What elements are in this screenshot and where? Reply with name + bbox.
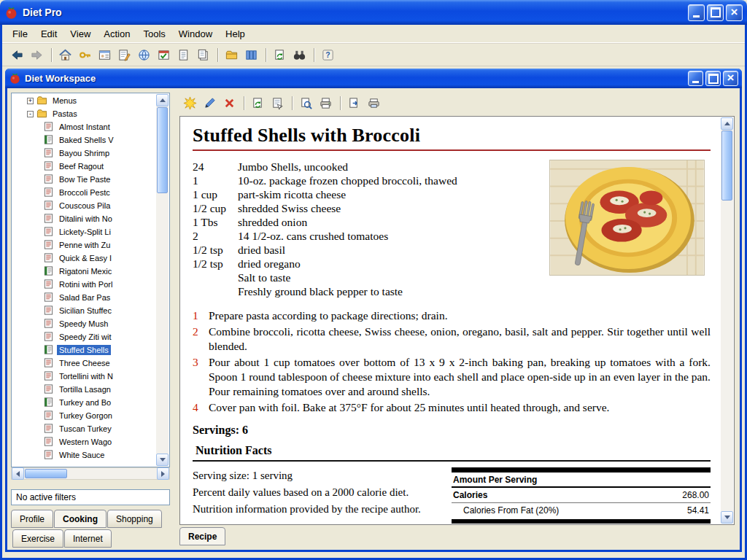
workspace-maximize-button[interactable] — [705, 71, 721, 86]
tree-item-label: White Sauce — [57, 450, 107, 460]
profile-card-button[interactable] — [96, 46, 114, 64]
tree-item[interactable]: Quick & Easy I — [12, 252, 156, 265]
maximize-button[interactable] — [707, 4, 724, 21]
notepad-button[interactable] — [115, 46, 133, 64]
amount-per-serving-header: Amount Per Serving — [452, 472, 711, 488]
left-tab[interactable]: Profile — [11, 510, 53, 528]
left-tab[interactable]: Cooking — [54, 510, 107, 528]
tree-expander-icon[interactable] — [27, 111, 34, 117]
tree-item-label: Almost Instant — [57, 122, 112, 132]
tree-item[interactable]: Tuscan Turkey — [12, 422, 156, 435]
key-button[interactable] — [76, 46, 94, 64]
scroll-right-icon[interactable] — [157, 467, 169, 480]
scroll-up-icon[interactable] — [156, 94, 169, 106]
tree-item[interactable]: Sicilian Stuffec — [12, 304, 156, 317]
menu-item[interactable]: Tools — [137, 26, 171, 42]
menu-item[interactable]: Edit — [35, 26, 63, 42]
tree-item[interactable]: Lickety-Split Li — [12, 225, 156, 238]
delete-x-button[interactable] — [220, 94, 239, 112]
tree-expander-icon[interactable] — [27, 98, 34, 104]
recipe-card-icon — [43, 160, 54, 173]
calendar-check-button[interactable] — [155, 46, 173, 64]
print-setup-button[interactable] — [365, 94, 383, 112]
scroll-up-icon[interactable] — [721, 117, 733, 130]
tree-item[interactable]: Almost Instant — [12, 120, 156, 133]
minimize-button[interactable] — [688, 4, 705, 21]
binoculars-button[interactable] — [290, 46, 309, 64]
tree-folder[interactable]: Pastas — [12, 107, 156, 120]
workspace-content: Menus Pastas — [7, 88, 740, 550]
tree-item[interactable]: Tortilla Lasagn — [12, 383, 156, 396]
tree-item[interactable]: Broccoli Pestc — [12, 186, 156, 199]
tree-horizontal-scrollbar[interactable] — [11, 467, 170, 480]
tree-item[interactable]: Salad Bar Pas — [12, 291, 156, 304]
left-tab[interactable]: Shopping — [107, 510, 162, 528]
tree-item[interactable]: Speedy Ziti wit — [12, 330, 156, 343]
back-button[interactable] — [8, 46, 26, 64]
recipe-card-icon — [43, 213, 54, 225]
print-button[interactable] — [317, 94, 335, 112]
refresh-page-button[interactable] — [249, 94, 267, 112]
recipe-card-icon — [43, 357, 54, 370]
tab-recipe[interactable]: Recipe — [179, 527, 225, 545]
close-button[interactable] — [726, 4, 743, 21]
recipe-scroll-thumb[interactable] — [721, 131, 732, 201]
diet-pro-window: Diet Pro FileEditViewActionToolsWindowHe… — [0, 0, 747, 560]
tree-item[interactable]: Western Wago — [12, 435, 156, 448]
tree-item[interactable]: Penne with Zu — [12, 238, 156, 252]
tree-scroll-thumb[interactable] — [157, 107, 168, 193]
columns-button[interactable] — [242, 46, 260, 64]
help-button[interactable]: ? — [319, 46, 337, 64]
print-preview-button[interactable] — [297, 94, 315, 112]
scroll-down-icon[interactable] — [156, 454, 169, 466]
workspace-minimize-button[interactable] — [688, 71, 703, 86]
filter-status-field[interactable]: No active filters — [11, 489, 170, 505]
refresh-page-button[interactable] — [271, 46, 289, 64]
tree-folder[interactable]: Menus — [12, 94, 156, 107]
workspace-close-button[interactable] — [723, 71, 738, 86]
tree-item[interactable]: Tortellini with N — [12, 370, 156, 383]
recipe-card-icon — [43, 252, 54, 265]
nutrition-table: Amount Per Serving Calories 268.00 — [452, 467, 711, 524]
menu-item[interactable]: Action — [98, 26, 136, 42]
tree-hscroll-thumb[interactable] — [25, 469, 67, 478]
tree-item[interactable]: Speedy Mush — [12, 317, 156, 330]
globe-button[interactable] — [135, 46, 153, 64]
tree-item[interactable]: Stuffed Shells — [12, 343, 156, 357]
export-page-button[interactable] — [345, 94, 363, 112]
menu-item[interactable]: View — [64, 26, 96, 42]
tree-item[interactable]: Couscous Pila — [12, 199, 156, 212]
folders-button[interactable] — [222, 46, 241, 64]
tree-vertical-scrollbar[interactable] — [156, 94, 169, 466]
ingredient-row: 1/2 tsp dried basil — [193, 243, 542, 257]
left-tab[interactable]: Internet — [64, 529, 112, 548]
tree-item[interactable]: Rotini with Porl — [12, 278, 156, 291]
menu-item[interactable]: Help — [220, 26, 251, 42]
scroll-left-icon[interactable] — [12, 467, 24, 480]
edit-pen-button[interactable] — [201, 94, 219, 112]
tree-item[interactable]: Rigatoni Mexic — [12, 265, 156, 278]
left-tab[interactable]: Exercise — [12, 529, 63, 548]
tree-item[interactable]: Ditalini with No — [12, 212, 156, 225]
tree-item-label: Stuffed Shells — [57, 345, 111, 355]
home-button[interactable] — [56, 46, 74, 64]
menu-item[interactable]: File — [7, 26, 34, 42]
tree-item[interactable]: White Sauce — [12, 448, 156, 462]
forward-button[interactable] — [28, 46, 46, 64]
document-button[interactable] — [174, 46, 193, 64]
tree-item[interactable]: Turkey Gorgon — [12, 409, 156, 422]
nutrition-notes: Serving size: 1 servingPercent daily val… — [193, 467, 452, 524]
tree-item[interactable]: Bayou Shrimp — [12, 147, 156, 160]
tree-item[interactable]: Beef Ragout — [12, 160, 156, 173]
recipe-vertical-scrollbar[interactable] — [721, 117, 733, 524]
back-icon — [10, 48, 24, 62]
new-burst-button[interactable] — [181, 94, 199, 112]
scroll-down-icon[interactable] — [721, 511, 733, 524]
tree-item[interactable]: Baked Shells V — [12, 133, 156, 147]
copies-button[interactable] — [194, 46, 212, 64]
menu-item[interactable]: Window — [173, 26, 218, 42]
tree-item[interactable]: Three Cheese — [12, 357, 156, 370]
tree-item[interactable]: Bow Tie Paste — [12, 173, 156, 186]
tree-item[interactable]: Turkey and Bo — [12, 396, 156, 409]
properties-page-button[interactable] — [268, 94, 287, 112]
